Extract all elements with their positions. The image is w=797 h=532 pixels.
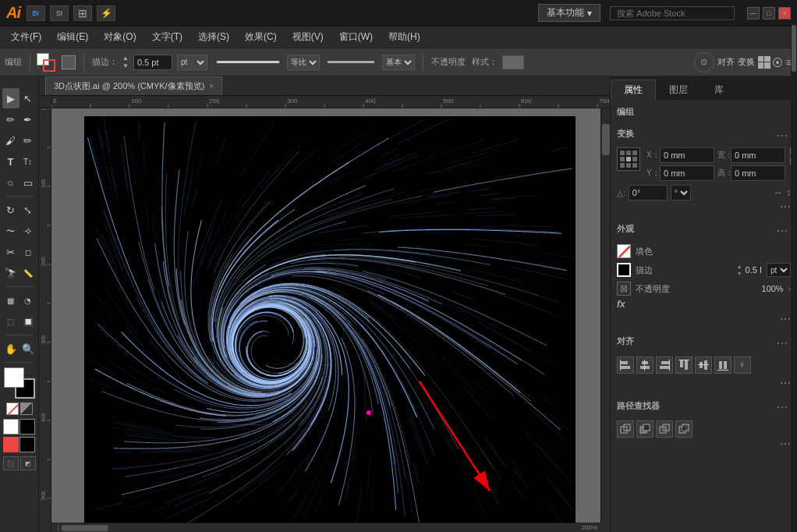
red-indicator[interactable] — [3, 437, 19, 452]
stroke-unit-app[interactable]: pt — [767, 263, 791, 277]
type-tool[interactable]: T — [2, 151, 19, 172]
workspace-button[interactable]: 基本功能 ▾ — [538, 4, 600, 22]
none-icon[interactable] — [6, 403, 19, 415]
align-more-btn[interactable]: ⋯ — [774, 335, 791, 352]
panel-toggle-icon[interactable]: ⦿ — [772, 56, 783, 69]
line-end-select[interactable]: 基本 无 — [382, 55, 415, 70]
align-top-icon[interactable] — [675, 356, 693, 374]
canvas-tab-active[interactable]: 3D点状图.ai @ 200% (CMYK/像素预览) × — [45, 76, 222, 95]
horizontal-scrollbar[interactable]: 200% — [51, 523, 600, 532]
menu-object[interactable]: 对象(O) — [96, 27, 143, 48]
more-dots-icon[interactable]: ⋯ — [780, 200, 791, 213]
tab-close-btn[interactable]: × — [209, 82, 214, 90]
align-right-icon[interactable] — [656, 356, 673, 374]
slice-tool[interactable]: 🔲 — [19, 311, 37, 332]
grid-layout-icon[interactable] — [758, 56, 770, 69]
fill-swatch[interactable] — [4, 367, 24, 388]
transform-more-btn[interactable]: ⋯ — [774, 127, 791, 144]
path-unite-icon[interactable] — [617, 420, 634, 438]
ellipse-tool[interactable]: ○ — [2, 172, 19, 193]
menu-select[interactable]: 选择(S) — [190, 27, 237, 48]
opacity-icon[interactable]: ⊠ — [617, 282, 631, 296]
y-input[interactable] — [660, 165, 714, 181]
select-tool[interactable]: ▶ — [2, 88, 19, 108]
path-exclude-icon[interactable] — [675, 420, 693, 438]
draw-mode-btn[interactable]: ◩ — [20, 456, 36, 470]
reset-fill[interactable] — [3, 419, 19, 434]
menu-effect[interactable]: 效果(C) — [237, 27, 285, 48]
menu-file[interactable]: 文件(F) — [3, 27, 49, 48]
eraser-tool[interactable]: ◻ — [19, 242, 37, 262]
menu-window[interactable]: 窗口(W) — [331, 27, 381, 48]
appearance-more-dots-icon[interactable]: ⋯ — [780, 313, 791, 325]
scrollbar-thumb-v[interactable] — [602, 124, 610, 155]
stroke-swatch-app[interactable] — [617, 263, 631, 277]
stroke-width-input[interactable]: 0.5 pt — [133, 55, 172, 70]
align-center-h-icon[interactable] — [636, 356, 654, 374]
menu-edit[interactable]: 编辑(E) — [49, 27, 96, 48]
panel-scrollbar-thumb[interactable] — [792, 25, 796, 72]
minimize-button[interactable]: — — [747, 7, 760, 20]
pie-graph-tool[interactable]: ◔ — [19, 290, 37, 310]
pathfinder-more-btn[interactable]: ⋯ — [774, 399, 791, 416]
align-left-icon[interactable] — [617, 356, 634, 374]
flip-h-icon[interactable]: ↔ — [774, 187, 783, 198]
fill-swatch-app[interactable] — [617, 244, 631, 258]
scrollbar-thumb-h[interactable] — [62, 525, 108, 531]
transform-dots-more[interactable]: ⋯ — [617, 200, 791, 213]
h-input[interactable] — [731, 165, 785, 181]
vertical-type-tool[interactable]: T↕ — [19, 151, 37, 172]
magic-icon[interactable]: ⚡ — [97, 5, 115, 21]
align-btn[interactable]: 对齐 — [717, 56, 735, 68]
measure-tool[interactable]: 📏 — [19, 263, 37, 283]
paintbrush-tool[interactable]: 🖌 — [2, 130, 19, 151]
color-wheel-btn[interactable]: ⊙ — [694, 52, 714, 73]
bar-graph-tool[interactable]: ▦ — [2, 290, 19, 310]
path-intersect-icon[interactable] — [656, 420, 673, 438]
align-dots-more[interactable]: ⋯ — [617, 377, 791, 389]
align-bottom-icon[interactable] — [714, 356, 731, 374]
style-swatch[interactable] — [502, 55, 524, 69]
stroke-spinner-app[interactable]: ▲ ▼ — [737, 263, 742, 277]
appearance-more-btn[interactable]: ⋯ — [774, 222, 791, 239]
stroke-fill-swatch[interactable] — [37, 53, 55, 72]
tab-layers[interactable]: 图层 — [656, 80, 701, 100]
bridge-icon[interactable]: Br — [27, 5, 45, 21]
grid-icon[interactable]: ⊞ — [73, 5, 92, 21]
stock-icon[interactable]: St — [50, 5, 69, 21]
menu-text[interactable]: 文字(T) — [144, 27, 190, 48]
reshape-tool[interactable]: ⟢ — [19, 221, 37, 241]
stroke-spinner[interactable]: ▲ ▼ — [122, 55, 129, 70]
close-button[interactable]: × — [778, 7, 791, 20]
hand-tool[interactable]: ✋ — [2, 339, 19, 359]
rect-tool[interactable]: ▭ — [19, 172, 37, 193]
transform-origin-grid[interactable] — [617, 147, 640, 171]
reset-stroke[interactable] — [19, 419, 35, 434]
zoom-tool[interactable]: 🔍 — [19, 339, 37, 359]
pencil-tool[interactable]: ✏ — [19, 130, 37, 151]
menu-view[interactable]: 视图(V) — [285, 27, 331, 48]
path-minus-icon[interactable] — [636, 420, 654, 438]
tab-library[interactable]: 库 — [701, 80, 737, 100]
panel-scrollbar[interactable] — [791, 23, 797, 532]
align-more-dots-icon[interactable]: ⋯ — [780, 377, 791, 389]
appearance-dots-more[interactable]: ⋯ — [617, 313, 791, 325]
warp-tool[interactable]: 〜 — [2, 221, 19, 241]
angle-select[interactable]: ° — [671, 185, 691, 200]
scissors-tool[interactable]: ✂ — [2, 242, 19, 262]
x-input[interactable] — [660, 147, 714, 163]
artboard-tool[interactable]: ⬚ — [2, 311, 19, 332]
screen-mode-btn[interactable]: ⬛ — [3, 456, 19, 470]
w-input[interactable] — [731, 147, 785, 163]
menu-help[interactable]: 帮助(H) — [381, 27, 428, 48]
align-dist-v-icon[interactable]: ⫴ — [734, 356, 751, 374]
pathfinder-dots-more[interactable]: ⋯ — [617, 438, 791, 450]
tab-properties[interactable]: 属性 — [611, 80, 656, 100]
direct-select-tool[interactable]: ↖ — [19, 88, 37, 108]
rotate-tool[interactable]: ↻ — [2, 200, 19, 220]
pathfinder-more-dots-icon[interactable]: ⋯ — [780, 438, 791, 450]
add-anchor-tool[interactable]: ✒ — [19, 109, 37, 129]
maximize-button[interactable]: □ — [763, 7, 775, 20]
align-center-v-icon[interactable] — [695, 356, 712, 374]
scale-tool[interactable]: ⤡ — [19, 200, 37, 220]
